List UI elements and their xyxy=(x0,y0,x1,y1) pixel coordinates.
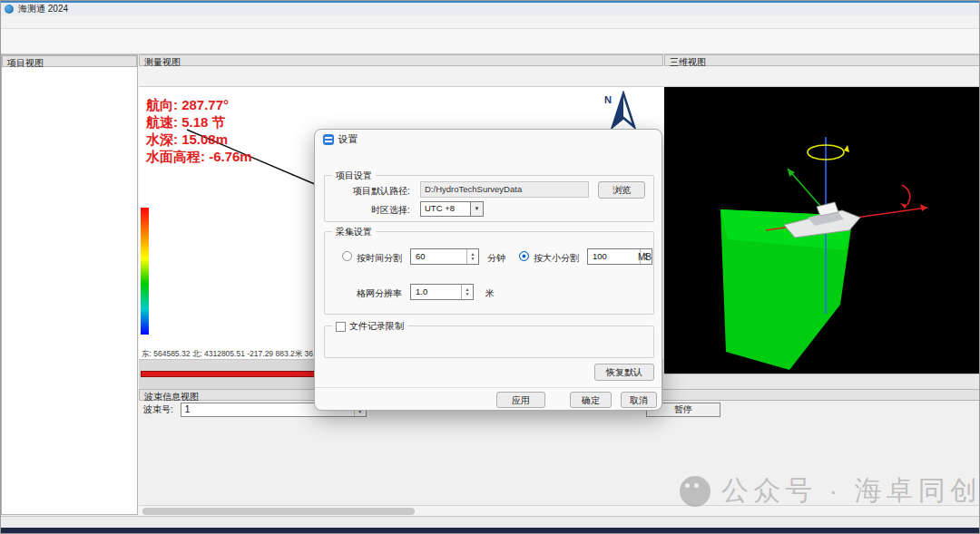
timezone-label: 时区选择: xyxy=(371,204,410,217)
roll-arrow xyxy=(902,185,910,205)
beam-no-value: 1 xyxy=(185,404,191,414)
timezone-value: UTC +8 xyxy=(425,203,455,213)
grid-res-stepper[interactable]: 1.0 ▲▼ xyxy=(410,284,474,300)
rotation-ring-arrow xyxy=(844,145,849,152)
size-split-unit: MB xyxy=(638,252,652,262)
project-tree xyxy=(2,67,137,514)
survey-toolbar xyxy=(139,66,663,87)
collect-settings-legend: 采集设置 xyxy=(332,226,376,238)
overlay-surface-elevation: 水面高程: -6.76m xyxy=(146,148,252,165)
app-window: 海测通 2024 项目视图 测量视图 N 航向: 287.77° 航速: 5.1… xyxy=(0,0,980,534)
window-title: 海测通 2024 xyxy=(18,3,68,15)
menu-bar xyxy=(1,15,980,29)
default-path-label: 项目默认路径: xyxy=(353,185,410,198)
bottom-tab-bar xyxy=(1,516,980,528)
record-limit-group: 文件记录限制 xyxy=(324,325,654,358)
project-panel-title: 项目视图 xyxy=(2,55,137,67)
size-split-label: 按大小分割 xyxy=(534,252,579,265)
settings-icon xyxy=(323,134,334,145)
stepper-arrows-icon[interactable]: ▲▼ xyxy=(461,285,473,299)
x-axis-arrow xyxy=(920,204,927,211)
view3d-panel-title: 三维视图 xyxy=(664,54,980,66)
grid-res-label: 格网分辨率 xyxy=(357,287,402,300)
project-panel: 项目视图 xyxy=(1,54,138,515)
default-path-input[interactable]: D:/HydroTechSurveyData xyxy=(420,181,589,198)
chevron-down-icon[interactable]: ▼ xyxy=(470,202,483,216)
overlay-depth: 水深: 15.08m xyxy=(146,131,252,148)
record-limit-checkbox[interactable] xyxy=(336,322,346,332)
view3d-viewport[interactable] xyxy=(664,87,980,374)
status-bar xyxy=(1,528,980,534)
nav-overlay: 航向: 287.77° 航速: 5.18 节 水深: 15.08m 水面高程: … xyxy=(146,96,252,165)
ok-button[interactable]: 确定 xyxy=(570,392,612,408)
svg-text:N: N xyxy=(604,94,612,105)
timezone-select[interactable]: UTC +8 ▼ xyxy=(420,201,484,217)
project-settings-legend: 项目设置 xyxy=(332,170,376,182)
view3d-scene xyxy=(664,87,980,374)
time-split-value: 60 xyxy=(416,251,426,261)
roll-arrow-head xyxy=(900,203,907,209)
time-split-radio[interactable] xyxy=(342,251,352,261)
grid-res-unit: 米 xyxy=(485,287,495,300)
view3d-panel: 三维视图 xyxy=(664,54,980,389)
north-arrow-icon: N xyxy=(603,91,640,132)
grid-res-value: 1.0 xyxy=(416,286,427,296)
overlay-heading: 航向: 287.77° xyxy=(146,96,252,113)
horizontal-scrollbar[interactable] xyxy=(139,505,980,516)
restore-defaults-button[interactable]: 恢复默认 xyxy=(594,364,654,381)
view3d-tab-bar xyxy=(664,374,980,389)
view3d-toolbar xyxy=(664,66,980,87)
size-split-radio[interactable] xyxy=(519,251,529,261)
main-toolbar xyxy=(1,29,980,54)
title-bar: 海测通 2024 xyxy=(1,1,980,15)
beam-no-label: 波束号: xyxy=(143,403,173,416)
size-split-value: 100 xyxy=(593,251,607,261)
cancel-button[interactable]: 取消 xyxy=(621,392,657,408)
apply-button[interactable]: 应用 xyxy=(496,392,545,408)
time-split-unit: 分钟 xyxy=(487,252,505,265)
app-logo-icon xyxy=(5,5,14,14)
depth-colorbar xyxy=(141,208,149,335)
survey-panel-title: 测量视图 xyxy=(139,54,663,66)
browse-button[interactable]: 浏览 xyxy=(598,181,645,199)
time-split-stepper[interactable]: 60 ▲▼ xyxy=(410,248,479,265)
scrollbar-thumb[interactable] xyxy=(142,508,415,515)
settings-dialog: 设置 项目设置 项目默认路径: D:/HydroTechSurveyData 浏… xyxy=(314,129,662,411)
dialog-title-bar[interactable]: 设置 xyxy=(315,130,662,150)
overlay-speed: 航速: 5.18 节 xyxy=(146,113,252,131)
dialog-title: 设置 xyxy=(338,133,358,146)
time-split-label: 按时间分割 xyxy=(357,252,402,265)
collect-settings-group: 采集设置 xyxy=(324,231,654,315)
record-limit-label: 文件记录限制 xyxy=(349,320,404,333)
stepper-arrows-icon[interactable]: ▲▼ xyxy=(466,249,478,264)
